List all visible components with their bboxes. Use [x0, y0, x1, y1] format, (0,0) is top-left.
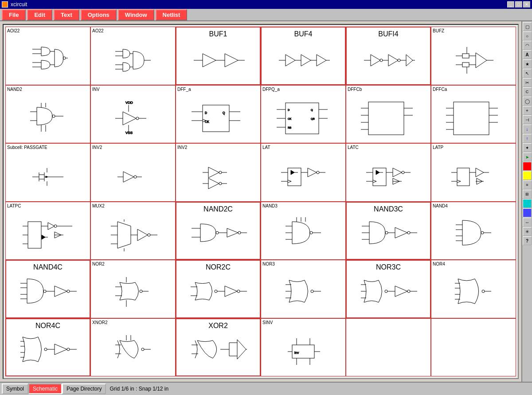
svg-marker-151 [48, 223, 55, 230]
svg-text:CK: CK [288, 117, 291, 120]
component-inv2[interactable]: INV2 [90, 143, 176, 202]
component-nand2c[interactable]: NAND2C [176, 202, 261, 260]
component-latc[interactable]: LATC [346, 143, 431, 202]
svg-point-201 [43, 290, 46, 293]
component-dffcb[interactable]: DFFCb [346, 85, 431, 144]
minimize-button[interactable]: _ [507, 1, 514, 8]
svg-rect-62 [203, 105, 229, 132]
component-ao22[interactable]: AO22 [90, 27, 176, 85]
component-buf4[interactable]: BUF4 [261, 27, 346, 85]
tab-page-directory[interactable]: Page Directory [62, 383, 106, 394]
svg-text:D: D [288, 109, 290, 111]
arrow-right-button[interactable]: ➤ [523, 153, 532, 161]
resize-button[interactable]: ↔ [523, 218, 532, 227]
component-nand4c[interactable]: NAND4C [5, 260, 90, 318]
component-latpc[interactable]: LATPC [5, 202, 90, 260]
component-lat[interactable]: LAT [261, 143, 346, 202]
component-nand2[interactable]: NAND2 [5, 85, 90, 144]
menu-netlist[interactable]: Netlist [156, 9, 188, 20]
svg-point-48 [52, 115, 55, 117]
component-aoi22[interactable]: AOI22 [5, 27, 90, 85]
color-cyan-button[interactable] [523, 199, 532, 208]
component-nor3[interactable]: NOR3 [261, 260, 346, 318]
color-red-button[interactable] [523, 162, 532, 171]
select-button[interactable]: ▢ [523, 22, 532, 31]
svg-marker-16 [203, 54, 216, 67]
component-inv[interactable]: INV VDD VSS [90, 85, 176, 144]
maximize-button[interactable]: □ [515, 1, 522, 8]
component-xor2[interactable]: XOR2 [176, 318, 261, 377]
svg-marker-188 [395, 227, 407, 238]
component-nand3[interactable]: NAND3 [261, 202, 346, 260]
ellipse-button[interactable]: ◯ [523, 97, 532, 106]
status-text: Grid 1/6 in : Snap 1/12 in [110, 386, 168, 392]
svg-point-236 [482, 290, 485, 293]
component-nor4c[interactable]: NOR4C [5, 318, 90, 377]
component-dfpq-a[interactable]: DFPQ_a D CK RB Q [261, 85, 346, 144]
app-icon [2, 1, 8, 8]
color-blue-button[interactable] [523, 208, 532, 217]
svg-marker-131 [376, 170, 379, 175]
titlebar: xcircuit _ □ ✕ [0, 0, 532, 9]
component-nor4[interactable]: NOR4 [431, 260, 516, 318]
star2-button[interactable]: ✳ [523, 227, 532, 236]
component-grid: AOI22 [4, 25, 518, 378]
component-sinv[interactable]: SINV inv [261, 318, 346, 377]
svg-point-186 [385, 231, 388, 234]
menu-window[interactable]: Window [118, 9, 154, 20]
scissors-button[interactable]: ✂ [523, 78, 532, 87]
hatch-button[interactable]: ≡ [523, 180, 532, 189]
component-passgate[interactable]: Subcell: PASSGATE [5, 143, 90, 202]
menu-text[interactable]: Text [54, 9, 79, 20]
empty-cell-2 [431, 318, 516, 377]
component-nor2[interactable]: NOR2 [90, 260, 176, 318]
svg-marker-55 [123, 112, 136, 125]
component-dffca[interactable]: DFFCa [431, 85, 516, 144]
tab-symbol[interactable]: Symbol [2, 383, 28, 394]
close-button[interactable]: ✕ [523, 1, 530, 8]
copy-button[interactable]: C [523, 87, 532, 96]
svg-point-222 [311, 290, 313, 293]
svg-point-242 [44, 348, 47, 351]
menu-file[interactable]: File [2, 9, 26, 20]
anchor-button[interactable]: ✦ [523, 143, 532, 152]
component-nand3c[interactable]: NAND3C [346, 202, 431, 260]
menu-options[interactable]: Options [81, 9, 117, 20]
svg-rect-149 [28, 222, 41, 248]
star-button[interactable]: ★ [523, 59, 532, 68]
circle-button[interactable]: ○ [523, 31, 532, 40]
component-nor3c[interactable]: NOR3C [346, 260, 431, 318]
svg-marker-111 [208, 167, 219, 178]
cross-button[interactable]: + [523, 106, 532, 115]
arrow-down-button[interactable]: ↓ [523, 125, 532, 133]
tab-schematic[interactable]: Schematic [28, 383, 62, 394]
svg-rect-81 [368, 102, 404, 135]
component-nand4[interactable]: NAND4 [431, 202, 516, 260]
component-bufz[interactable]: BUFZ [431, 27, 516, 85]
wire-button[interactable]: ⊣ [523, 115, 532, 124]
component-nor2c[interactable]: NOR2C [176, 260, 261, 318]
component-inv2b[interactable]: INV2 [176, 143, 261, 202]
main-area: AOI22 [0, 21, 532, 382]
color-yellow-button[interactable] [523, 171, 532, 180]
svg-marker-161 [117, 222, 131, 248]
component-dff-a[interactable]: DFF_a D CK Q [176, 85, 261, 144]
component-mux2[interactable]: MUX2 [90, 202, 176, 260]
component-xnor2[interactable]: XNOR2 [90, 318, 176, 377]
arc-button[interactable]: ◠ [523, 41, 532, 50]
svg-marker-163 [137, 229, 148, 241]
canvas-area[interactable]: AOI22 [3, 24, 519, 379]
menu-edit[interactable]: Edit [27, 9, 52, 20]
arrow-up-button[interactable]: ↑ [523, 134, 532, 143]
svg-marker-31 [388, 55, 398, 66]
svg-point-170 [216, 231, 219, 234]
pointer-button[interactable]: ↖ [523, 69, 532, 78]
svg-point-227 [385, 290, 387, 293]
component-bufi4[interactable]: BUFI4 [346, 27, 431, 85]
svg-marker-172 [227, 228, 238, 237]
text-button[interactable]: A [523, 50, 532, 59]
component-latp[interactable]: LATP [431, 143, 516, 202]
grid-button[interactable]: ⊞ [523, 190, 532, 199]
component-buf1[interactable]: BUF1 [176, 27, 261, 85]
help-button[interactable]: ? [523, 236, 532, 245]
